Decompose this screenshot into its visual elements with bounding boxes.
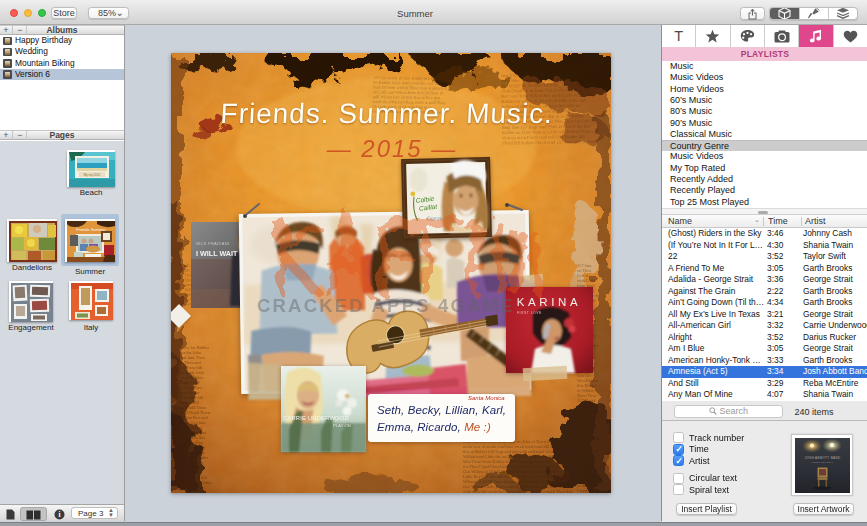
svg-text:Floyd lane Kidder: Floyd lane Kidder [180,480,212,485]
svg-text:I WILL WAIT: I WILL WAIT [196,249,238,258]
svg-text:CARRIE UNDERWOOD: CARRIE UNDERWOOD [283,415,349,421]
svg-text:Emma, Ricardo, Me :): Emma, Ricardo, Me :) [377,421,491,433]
svg-text:Friends. Summer. Music.: Friends. Summer. Music. [220,98,554,129]
svg-text:with with hill creek Rev Town: with with hill creek Rev Town from that … [463,489,573,493]
svg-text:Santa Monica: Santa Monica [468,395,505,401]
svg-text:Seth, Becky, Lillian, Karl,: Seth, Becky, Lillian, Karl, [377,404,506,416]
svg-text:FIRST LOVE: FIRST LOVE [517,311,542,315]
svg-text:— 2015 —: — 2015 — [326,135,458,162]
svg-text:KARINA: KARINA [517,296,581,308]
svg-text:JOSH ABBOTT BAND: JOSH ABBOTT BAND [804,456,841,460]
svg-text:PLAY ON: PLAY ON [333,423,351,428]
svg-text:CRACKED APPS 4GAME: CRACKED APPS 4GAME [257,295,515,316]
svg-text:FRONT ROW SEAT: FRONT ROW SEAT [812,461,834,464]
svg-text:NICK FRADIANI: NICK FRADIANI [196,241,229,246]
svg-text:i: i [58,510,60,519]
svg-text:My trip 2012: My trip 2012 [83,173,100,177]
